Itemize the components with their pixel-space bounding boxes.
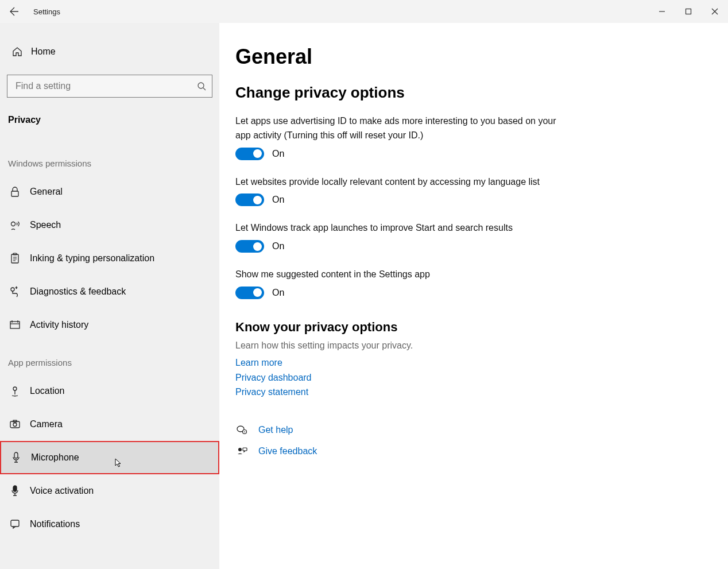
setting-desc: Let websites provide locally relevant co…: [235, 175, 557, 189]
sidebar-item-label: Location: [30, 386, 65, 396]
setting-language-list: Let websites provide locally relevant co…: [235, 175, 557, 207]
toggle-app-launches[interactable]: [235, 240, 264, 253]
svg-point-5: [11, 222, 16, 226]
link-learn-more[interactable]: Learn more: [235, 355, 705, 370]
feedback-row[interactable]: Give feedback: [235, 444, 705, 459]
diagnostics-icon: [8, 286, 22, 297]
svg-point-16: [13, 387, 17, 390]
sidebar-item-notifications[interactable]: Notifications: [0, 508, 219, 541]
close-icon: [711, 8, 718, 15]
toggle-language-list[interactable]: [235, 193, 264, 206]
svg-point-2: [198, 83, 204, 88]
window-controls: [649, 0, 728, 23]
sidebar-item-diagnostics[interactable]: Diagnostics & feedback: [0, 275, 219, 308]
camera-icon: [8, 420, 22, 429]
toggle-state: On: [272, 149, 284, 159]
know-title: Know your privacy options: [235, 320, 705, 335]
arrow-left-icon: [10, 7, 19, 16]
section-header-app: App permissions: [0, 342, 219, 374]
microphone-icon: [9, 452, 23, 463]
sidebar-item-label: Activity history: [30, 320, 88, 330]
maximize-icon: [685, 8, 692, 15]
clipboard-icon: [8, 253, 22, 264]
setting-suggested-content: Show me suggested content in the Setting…: [235, 268, 557, 299]
sidebar-home[interactable]: Home: [0, 40, 219, 63]
get-help-link[interactable]: Get help: [258, 423, 293, 438]
category-title: Privacy: [0, 109, 219, 142]
link-privacy-statement[interactable]: Privacy statement: [235, 385, 705, 400]
lock-icon: [8, 186, 22, 198]
section-title: Change privacy options: [235, 84, 705, 102]
toggle-suggested-content[interactable]: [235, 287, 264, 299]
sidebar-item-label: General: [30, 187, 63, 197]
sidebar-home-label: Home: [31, 47, 56, 57]
home-icon: [10, 46, 24, 57]
cursor-icon: [115, 458, 123, 469]
svg-rect-22: [11, 520, 19, 527]
sidebar-item-general[interactable]: General: [0, 175, 219, 208]
help-icon: ?: [235, 425, 248, 435]
sidebar-item-label: Diagnostics & feedback: [30, 287, 126, 297]
toggle-state: On: [272, 288, 284, 298]
svg-point-26: [238, 448, 242, 451]
minimize-icon: [659, 8, 665, 15]
activity-history-icon: [8, 320, 22, 330]
app-title: Settings: [33, 7, 60, 16]
setting-app-launches: Let Windows track app launches to improv…: [235, 221, 557, 253]
know-subtext: Learn how this setting impacts your priv…: [235, 340, 705, 351]
sidebar-item-activity[interactable]: Activity history: [0, 308, 219, 342]
sidebar-item-microphone[interactable]: Microphone: [0, 441, 219, 474]
svg-rect-1: [686, 9, 691, 14]
maximize-button[interactable]: [675, 0, 702, 23]
content-area: General Change privacy options Let apps …: [219, 23, 728, 569]
sidebar-item-label: Microphone: [31, 452, 79, 463]
sidebar: Home Privacy Windows permissions General…: [0, 23, 219, 569]
section-header-windows: Windows permissions: [0, 142, 219, 175]
sidebar-item-label: Camera: [30, 419, 63, 429]
search-input[interactable]: [16, 81, 197, 91]
svg-point-11: [11, 288, 14, 291]
voice-activation-icon: [8, 485, 22, 497]
svg-rect-20: [14, 452, 18, 458]
sidebar-item-label: Speech: [30, 220, 61, 230]
search-icon: [197, 82, 206, 91]
sidebar-item-speech[interactable]: Speech: [0, 208, 219, 242]
back-button[interactable]: [0, 0, 29, 23]
link-privacy-dashboard[interactable]: Privacy dashboard: [235, 370, 705, 385]
toggle-state: On: [272, 195, 284, 205]
toggle-state: On: [272, 241, 284, 251]
sidebar-item-label: Inking & typing personalization: [30, 253, 154, 264]
toggle-advertising-id[interactable]: [235, 148, 264, 160]
titlebar: Settings: [0, 0, 728, 23]
setting-advertising-id: Let apps use advertising ID to make ads …: [235, 114, 557, 160]
svg-rect-17: [10, 421, 20, 428]
svg-rect-12: [10, 322, 20, 328]
minimize-button[interactable]: [649, 0, 675, 23]
speech-icon: [8, 219, 22, 231]
sidebar-item-label: Voice activation: [30, 486, 94, 496]
close-button[interactable]: [702, 0, 728, 23]
give-feedback-link[interactable]: Give feedback: [258, 444, 317, 459]
svg-point-18: [13, 423, 17, 427]
notifications-icon: [8, 519, 22, 529]
svg-rect-4: [11, 191, 18, 196]
search-input-wrapper[interactable]: [7, 75, 212, 98]
setting-desc: Let apps use advertising ID to make ads …: [235, 114, 557, 143]
svg-text:?: ?: [244, 430, 246, 433]
sidebar-item-inking[interactable]: Inking & typing personalization: [0, 242, 219, 275]
setting-desc: Let Windows track app launches to improv…: [235, 221, 557, 235]
svg-line-3: [203, 88, 206, 90]
location-icon: [8, 385, 22, 397]
svg-rect-27: [243, 448, 247, 451]
svg-rect-21: [13, 486, 17, 491]
sidebar-item-label: Notifications: [30, 519, 80, 529]
help-row[interactable]: ? Get help: [235, 423, 705, 438]
setting-desc: Show me suggested content in the Setting…: [235, 268, 557, 282]
sidebar-item-voice-activation[interactable]: Voice activation: [0, 474, 219, 508]
sidebar-item-camera[interactable]: Camera: [0, 408, 219, 441]
sidebar-item-location[interactable]: Location: [0, 374, 219, 408]
feedback-icon: [235, 446, 248, 456]
page-title: General: [235, 45, 705, 69]
